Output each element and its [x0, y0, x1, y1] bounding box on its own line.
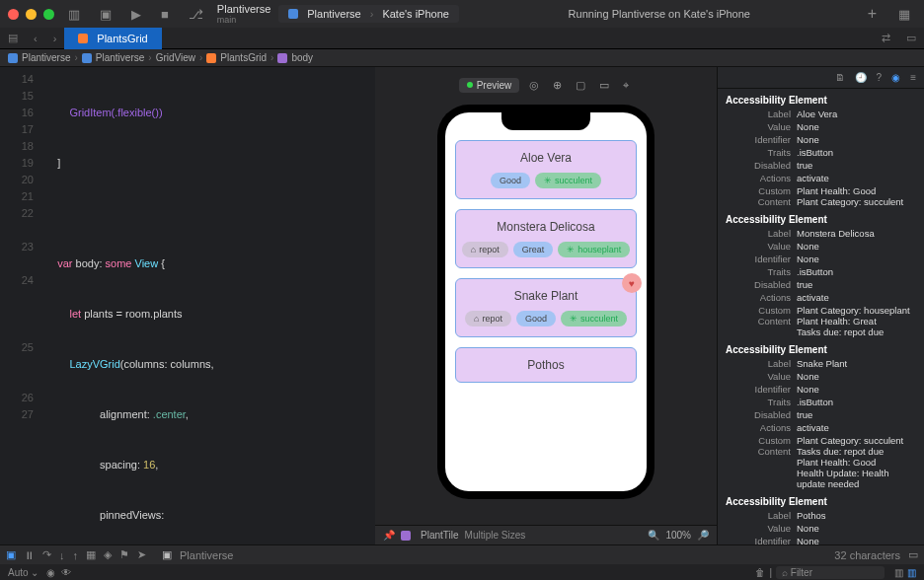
- project-icon: [8, 53, 18, 63]
- history-inspector-icon[interactable]: 🕘: [855, 72, 867, 83]
- main-split: 1415161718192021222324252627 GridItem(.f…: [0, 67, 924, 544]
- inspector-row: ValueNone: [718, 240, 924, 253]
- tile-title: Monstera Delicosa: [462, 220, 630, 234]
- filter-input[interactable]: ⌕ Filter: [776, 566, 885, 579]
- close-window[interactable]: [8, 9, 19, 20]
- selectable-icon[interactable]: ◎: [525, 79, 543, 92]
- zoom-in-icon[interactable]: 🔎: [697, 530, 709, 541]
- attributes-inspector-icon[interactable]: ◉: [891, 72, 900, 83]
- nav-next-icon[interactable]: ›: [45, 33, 65, 44]
- inspector-row: ValueNone: [718, 370, 924, 383]
- auto-variables-selector[interactable]: Auto ⌄: [8, 567, 38, 578]
- run-destination[interactable]: Plantiverse › Kate's iPhone: [278, 5, 459, 23]
- tile-title: Pothos: [462, 358, 630, 372]
- editor-options-icon[interactable]: ▭: [898, 32, 924, 44]
- pause-icon[interactable]: ⏸: [24, 549, 35, 561]
- badge: ⌂repot: [462, 242, 508, 257]
- crumb-symbol[interactable]: body: [291, 52, 313, 63]
- screen-icon[interactable]: ▭: [595, 79, 613, 92]
- file-inspector-icon[interactable]: 🗎: [835, 72, 845, 83]
- plant-tile[interactable]: Snake Plant⌂repotGood✳succulent♥: [455, 278, 637, 337]
- trash-icon[interactable]: 🗑: [755, 567, 765, 578]
- variants-icon[interactable]: ▢: [572, 79, 589, 92]
- crumb-group[interactable]: GridView: [156, 52, 195, 63]
- breadcrumb-app: Plantiverse: [307, 8, 360, 20]
- stop-icon[interactable]: ■: [155, 7, 175, 22]
- related-items-icon[interactable]: ▤: [0, 32, 26, 44]
- zoom-level[interactable]: 100%: [665, 530, 691, 541]
- nav-prev-icon[interactable]: ‹: [26, 33, 45, 44]
- badge-icon: ⌂: [471, 245, 476, 254]
- inspector-row: IdentifierNone: [718, 535, 924, 544]
- toggle-breakpoints-icon[interactable]: ▣: [6, 548, 16, 561]
- device-settings-icon[interactable]: ⊕: [549, 79, 566, 92]
- location-icon[interactable]: ➤: [137, 548, 146, 561]
- step-out-icon[interactable]: ↑: [73, 549, 79, 561]
- source-editor[interactable]: 1415161718192021222324252627 GridItem(.f…: [0, 67, 375, 544]
- connections-inspector-icon[interactable]: ≡: [910, 72, 916, 83]
- chevron-right-icon: ›: [370, 8, 374, 20]
- jump-bar[interactable]: Plantiverse › Plantiverse › GridView › P…: [0, 49, 924, 67]
- tab-plantsgrid[interactable]: PlantsGrid: [64, 28, 161, 49]
- favorite-heart-icon[interactable]: ♥: [622, 273, 642, 293]
- accessibility-icon[interactable]: ⌖: [619, 79, 633, 92]
- editor-tabs: ▤ ‹ › PlantsGrid ⇄ ▭: [0, 28, 924, 49]
- inspector-row: ValueNone: [718, 120, 924, 133]
- crumb-project[interactable]: Plantiverse: [22, 52, 70, 63]
- pin-icon[interactable]: 📌: [383, 530, 395, 541]
- crumb-file[interactable]: PlantsGrid: [220, 52, 267, 63]
- debug-view-icon[interactable]: ▦: [86, 548, 96, 561]
- sidebar-toggle-icon[interactable]: ▥: [62, 7, 86, 22]
- adjust-editor-icon[interactable]: ⇄: [874, 32, 898, 44]
- zoom-window[interactable]: [43, 9, 54, 20]
- titlebar: ▥ ▣ ▶ ■ ⎇ Plantiverse main Plantiverse ›…: [0, 0, 924, 28]
- inspector-section-header: Accessibility Element: [718, 208, 924, 227]
- panel-left-icon[interactable]: ▥: [894, 567, 903, 578]
- add-tab-button[interactable]: +: [860, 5, 885, 23]
- plant-tile[interactable]: Aloe VeraGood✳succulent: [455, 140, 637, 199]
- plant-tile[interactable]: Monstera Delicosa⌂repotGreat✳houseplant: [455, 209, 637, 268]
- inspector-row: Disabledtrue: [718, 159, 924, 172]
- environment-icon[interactable]: ⚑: [119, 548, 129, 561]
- crumb-folder[interactable]: Plantiverse: [96, 52, 144, 63]
- code-area[interactable]: GridItem(.flexible()) ] var body: some V…: [41, 67, 375, 544]
- inspector-tabs: 🗎 🕘 ? ◉ ≡: [718, 67, 924, 89]
- minimize-window[interactable]: [26, 9, 37, 20]
- nav-back-icon[interactable]: ▣: [94, 7, 117, 22]
- scope-icon[interactable]: ◉: [46, 567, 55, 578]
- inspector-row: Custom ContentPlant Health: Good Plant C…: [718, 184, 924, 208]
- debug-bar: ▣ ⏸ ↷ ↓ ↑ ▦ ◈ ⚑ ➤ ▣ Plantiverse 32 chara…: [0, 544, 924, 564]
- memory-graph-icon[interactable]: ◈: [104, 548, 112, 561]
- canvas-footer: 📌 PlantTile Multiple Sizes 🔍 100% 🔎: [375, 525, 717, 544]
- scheme-selector[interactable]: Plantiverse main: [217, 3, 270, 25]
- tile-title: Snake Plant: [462, 289, 630, 303]
- device-screen[interactable]: Aloe VeraGood✳succulentMonstera Delicosa…: [445, 112, 647, 491]
- swift-file-icon: [78, 34, 88, 43]
- view-icon[interactable]: 👁: [61, 567, 71, 578]
- run-icon[interactable]: ▶: [125, 7, 147, 22]
- inspector-row: IdentifierNone: [718, 383, 924, 396]
- help-inspector-icon[interactable]: ?: [877, 72, 883, 83]
- preview-live-button[interactable]: Preview: [459, 78, 520, 93]
- tab-label: PlantsGrid: [97, 33, 147, 44]
- step-over-icon[interactable]: ↷: [42, 548, 51, 561]
- inspector-row: Custom ContentPlant Category: houseplant…: [718, 304, 924, 338]
- scheme-branch-icon[interactable]: ⎇: [183, 7, 209, 22]
- debug-target[interactable]: Plantiverse: [180, 549, 233, 561]
- zoom-out-icon[interactable]: 🔍: [648, 530, 659, 541]
- badge: ✳houseplant: [558, 242, 630, 257]
- badge-icon: ⌂: [474, 314, 479, 324]
- library-icon[interactable]: ▦: [892, 7, 916, 22]
- inspector-row: Actionsactivate: [718, 172, 924, 184]
- panel-right-icon[interactable]: ▥: [907, 567, 916, 578]
- inspector-row: Traits.isButton: [718, 396, 924, 408]
- step-into-icon[interactable]: ↓: [59, 549, 65, 561]
- bottom-bar: Auto ⌄ ◉ 👁 🗑 | ⌕ Filter ▥ ▥: [0, 564, 924, 580]
- console-toggle-icon[interactable]: ▭: [908, 548, 918, 561]
- badge-icon: ✳: [544, 176, 552, 185]
- folder-icon: [82, 53, 92, 63]
- inspector-section-header: Accessibility Element: [718, 89, 924, 108]
- plant-tile[interactable]: Pothos: [455, 347, 637, 383]
- badge: ✳succulent: [535, 173, 601, 188]
- inspector-row: LabelPothos: [718, 509, 924, 522]
